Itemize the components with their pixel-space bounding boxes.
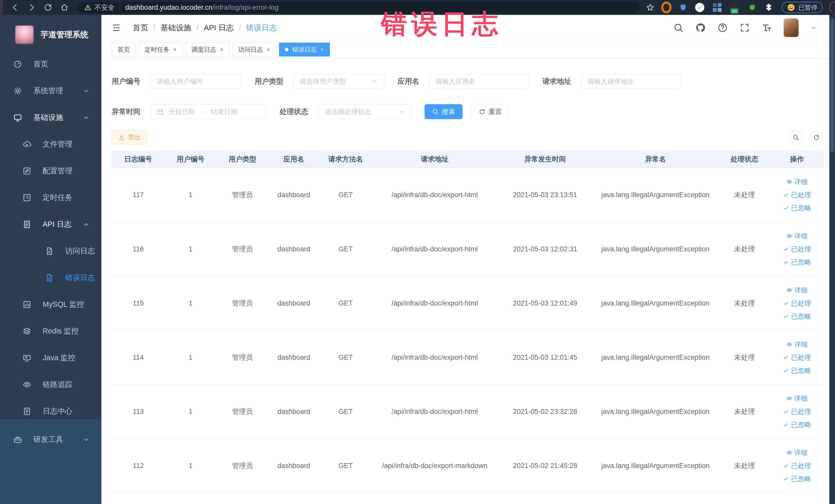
action-detail-link[interactable]: 详细 [786,394,808,403]
close-icon[interactable]: × [220,46,223,53]
tab-bar: 首页定时任务×调度日志×访问日志×错误日志× [101,41,835,59]
sidebar-item-infrastructure[interactable]: 基础设施 [0,104,101,131]
sidebar-item-scheduled-jobs[interactable]: 定时任务 [0,184,101,211]
action-ignored-link[interactable]: 已忽略 [783,420,811,429]
forward-icon[interactable] [27,3,36,12]
page-scrollbar[interactable] [829,15,835,504]
user-menu-caret-icon[interactable] [810,24,817,31]
app-name-input[interactable]: 请输入应用名 [429,74,529,89]
tab-错误日志[interactable]: 错误日志× [279,43,330,57]
extensions-puzzle-icon[interactable] [765,3,773,12]
extension-on-icon[interactable]: on [730,2,740,13]
header-search-icon[interactable] [673,23,684,33]
extension-check-icon[interactable] [695,2,705,13]
cell-url: /api/infra/db-doc/export-markdown [372,462,497,470]
breadcrumb-item[interactable]: API 日志 [204,23,234,33]
table-row: 1141管理员dashboardGET/api/infra/db-doc/exp… [111,330,824,385]
refresh-table-button[interactable] [809,130,823,144]
action-processed-link[interactable]: 已处理 [783,407,811,416]
sidebar-item-dev-tools[interactable]: 研发工具 [0,426,101,453]
sidebar-item-error-log[interactable]: 错误日志 [0,264,101,291]
export-button[interactable]: 导出 [111,130,147,144]
update-button[interactable]: 更新 [829,2,835,13]
sidebar-item-system-management[interactable]: 系统管理 [0,78,101,104]
sidebar-item-config-management[interactable]: 配置管理 [0,158,101,184]
action-detail-link[interactable]: 详细 [786,286,808,295]
action-ignored-link[interactable]: 已忽略 [783,204,811,213]
exception-time-range-picker[interactable]: 开始日期 - 结束日期 [150,104,266,119]
action-processed-link[interactable]: 已处理 [783,190,811,200]
fullscreen-icon[interactable] [739,23,750,33]
sidebar-item-redis-monitor[interactable]: Redis 监控 [0,318,101,345]
extension-orange-icon[interactable] [661,2,672,13]
tab-定时任务[interactable]: 定时任务× [139,43,183,57]
user-avatar[interactable] [784,19,798,37]
close-icon[interactable]: × [266,46,270,53]
reset-button[interactable]: 重置 [471,104,509,119]
action-ignored-link[interactable]: 已忽略 [783,258,811,267]
github-icon[interactable] [695,23,706,33]
action-processed-link[interactable]: 已处理 [783,353,811,362]
action-detail-link[interactable]: 详细 [786,231,808,241]
cell-method: GET [319,299,372,307]
tab-label: 调度日志 [191,45,216,54]
action-ignored-link[interactable]: 已忽略 [783,366,811,375]
action-label: 已忽略 [791,366,811,375]
table-row: 1171管理员dashboardGET/api/infra/db-doc/exp… [111,168,824,222]
filter-group-app-name: 应用名请输入应用名 [398,74,529,89]
cell-id: 114 [111,354,165,362]
sidebar-item-mysql-monitor[interactable]: MySQL 监控 [0,291,101,318]
tab-首页[interactable]: 首页 [111,43,136,57]
tab-调度日志[interactable]: 调度日志× [186,43,229,57]
request-url-input[interactable]: 请输入请求地址 [581,74,681,89]
dashboard-icon [13,60,22,68]
back-icon[interactable] [11,3,20,12]
sidebar-item-home[interactable]: 首页 [0,51,101,78]
bookmark-star-icon[interactable] [646,3,655,12]
extension-leaf-icon[interactable] [747,2,757,13]
action-processed-link[interactable]: 已处理 [783,245,811,254]
action-label: 已忽略 [791,312,811,321]
action-ignored-link[interactable]: 已忽略 [783,475,811,483]
on-badge: on [731,8,738,14]
breadcrumb-item[interactable]: 首页 [133,23,148,33]
action-processed-link[interactable]: 已处理 [783,461,811,470]
status-label: 处理状态 [280,107,308,117]
sidebar-collapse-icon[interactable] [111,23,121,33]
action-detail-link[interactable]: 详细 [786,177,808,186]
browser-home-icon[interactable] [60,3,69,12]
sidebar-item-file-management[interactable]: 文件管理 [0,131,101,158]
user-type-select[interactable]: 请选择用户类型 [293,74,384,89]
reload-icon[interactable] [44,3,53,12]
address-bar[interactable]: 不安全 dashboard.yudao.iocoder.cn /infra/lo… [78,2,640,13]
close-icon[interactable]: × [320,46,324,53]
cell-method: GET [319,354,372,362]
breadcrumb: 首页/基础设施/API 日志/错误日志 [133,23,277,33]
action-detail-link[interactable]: 详细 [786,448,808,457]
paused-badge[interactable]: 已暂停 [782,2,823,13]
sidebar-item-label: 首页 [33,59,48,69]
scrollbar-thumb[interactable] [830,19,834,152]
extension-shield-icon[interactable] [679,3,687,12]
status-select[interactable]: 请选择处理状态 [318,104,411,119]
cell-status: 未处理 [718,244,771,254]
tab-访问日志[interactable]: 访问日志× [232,43,276,57]
placeholder: 请输入应用名 [435,77,475,86]
action-detail-link[interactable]: 详细 [786,340,808,349]
extension-grid-icon[interactable] [712,2,722,13]
help-icon[interactable] [717,23,728,33]
close-icon[interactable]: × [173,46,177,53]
breadcrumb-item[interactable]: 基础设施 [160,23,191,33]
user-id-input[interactable]: 请输入用户编号 [150,74,241,89]
sidebar-item-java-monitor[interactable]: Java 监控 [0,345,101,371]
font-size-icon[interactable] [761,23,772,33]
tab-label: 访问日志 [238,45,263,54]
toggle-search-button[interactable] [789,130,803,144]
sidebar-bottom-section: 研发工具 [0,419,101,504]
action-processed-link[interactable]: 已处理 [783,299,811,308]
action-ignored-link[interactable]: 已忽略 [783,312,811,321]
sidebar-item-api-log[interactable]: API 日志 [0,211,101,238]
search-button[interactable]: 搜索 [425,104,463,119]
sidebar-item-access-log[interactable]: 访问日志 [0,238,101,264]
sidebar-item-trace[interactable]: 链路追踪 [0,371,101,398]
